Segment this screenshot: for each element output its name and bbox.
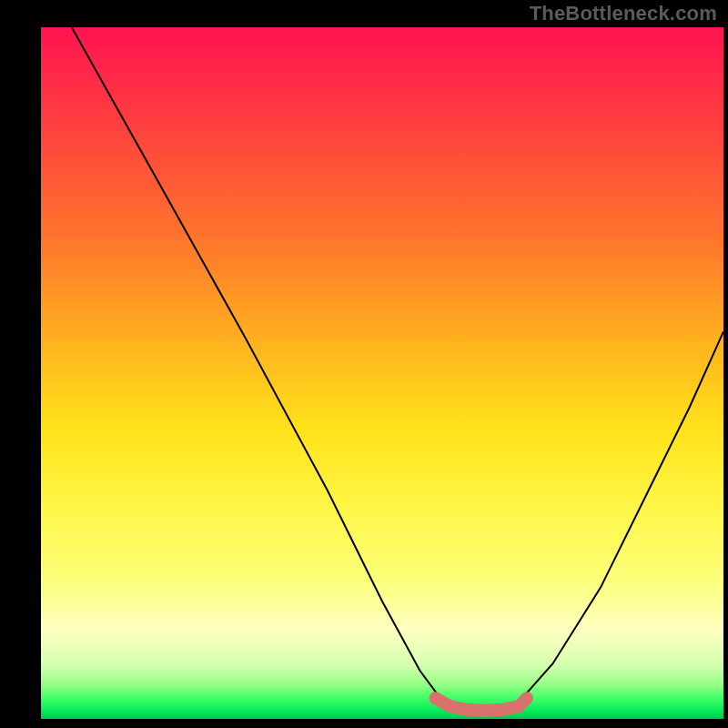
outer-frame: TheBottleneck.com (0, 0, 728, 728)
bottom-marker-band (436, 698, 528, 711)
curve-right-branch (522, 331, 723, 698)
curve-layer (41, 27, 723, 719)
watermark-text: TheBottleneck.com (530, 2, 717, 25)
curve-left-branch (72, 27, 440, 698)
plot-area (41, 27, 723, 719)
